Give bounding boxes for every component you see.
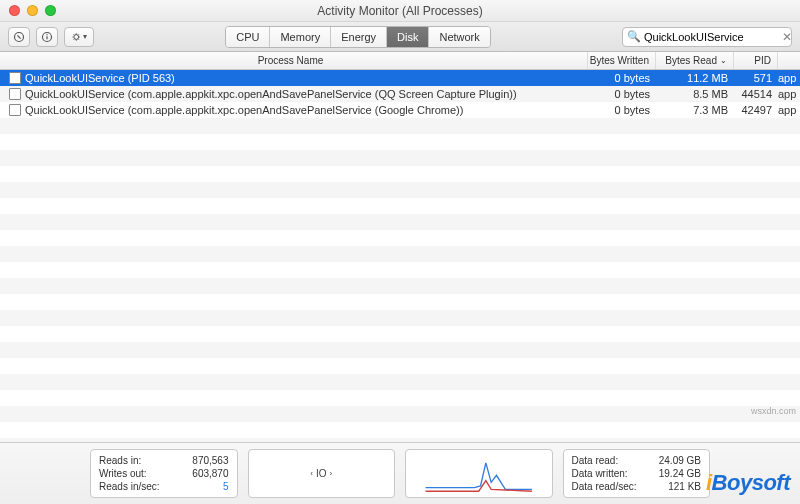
column-bytes-read-label: Bytes Read — [665, 55, 717, 66]
svg-point-4 — [46, 34, 47, 35]
logo-text: Boysoft — [712, 470, 790, 495]
window-titlebar: Activity Monitor (All Processes) — [0, 0, 800, 22]
search-icon: 🔍 — [627, 30, 641, 43]
writes-out-label: Writes out: — [99, 468, 147, 479]
svg-rect-1 — [17, 34, 21, 38]
toolbar: ▾ CPU Memory Energy Disk Network 🔍 ✕ — [0, 22, 800, 52]
bytes-read-value: 11.2 MB — [656, 72, 734, 84]
sort-indicator-icon: ⌄ — [720, 56, 727, 65]
user-value: app — [778, 72, 800, 84]
reads-in-value: 870,563 — [192, 455, 228, 466]
reads-in-sec-value: 5 — [223, 481, 229, 492]
bytes-written-value: 0 bytes — [588, 104, 656, 116]
user-value: app — [778, 104, 800, 116]
process-name: QuickLookUIService (PID 563) — [25, 72, 588, 84]
data-read-sec-label: Data read/sec: — [572, 481, 637, 492]
bytes-read-value: 8.5 MB — [656, 88, 734, 100]
data-written-value: 19.24 GB — [659, 468, 701, 479]
table-row[interactable]: QuickLookUIService (com.apple.appkit.xpc… — [0, 86, 800, 102]
bytes-read-value: 7.3 MB — [656, 104, 734, 116]
tab-energy[interactable]: Energy — [331, 27, 387, 47]
chevron-down-icon: ▾ — [83, 32, 87, 41]
category-tabs: CPU Memory Energy Disk Network — [225, 26, 491, 48]
column-pid[interactable]: PID — [734, 52, 778, 69]
info-icon — [41, 31, 53, 43]
io-chart-panel — [405, 449, 553, 498]
window-title: Activity Monitor (All Processes) — [0, 4, 800, 18]
stop-process-button[interactable] — [8, 27, 30, 47]
svg-point-5 — [74, 34, 79, 39]
clear-search-button[interactable]: ✕ — [782, 30, 792, 44]
stop-icon — [13, 31, 25, 43]
data-volume-panel: Data read:24.09 GB Data written:19.24 GB… — [563, 449, 711, 498]
io-sparkline-chart — [414, 454, 544, 493]
column-bytes-read[interactable]: Bytes Read ⌄ — [656, 52, 734, 69]
process-icon — [9, 88, 21, 100]
writes-out-value: 603,870 — [192, 468, 228, 479]
gear-icon — [71, 31, 83, 43]
reads-in-label: Reads in: — [99, 455, 141, 466]
svg-rect-3 — [46, 36, 47, 39]
data-read-label: Data read: — [572, 455, 619, 466]
data-read-sec-value: 121 KB — [668, 481, 701, 492]
tab-disk[interactable]: Disk — [387, 27, 429, 47]
io-counts-panel: Reads in:870,563 Writes out:603,870 Read… — [90, 449, 238, 498]
pid-value: 44514 — [734, 88, 778, 100]
table-row[interactable]: QuickLookUIService (PID 563) 0 bytes 11.… — [0, 70, 800, 86]
search-input[interactable] — [644, 31, 782, 43]
pid-value: 571 — [734, 72, 778, 84]
tab-memory[interactable]: Memory — [270, 27, 331, 47]
column-bytes-written[interactable]: Bytes Written — [588, 52, 656, 69]
data-written-label: Data written: — [572, 468, 628, 479]
process-name: QuickLookUIService (com.apple.appkit.xpc… — [25, 104, 588, 116]
disk-stats-footer: Reads in:870,563 Writes out:603,870 Read… — [0, 442, 800, 504]
process-name: QuickLookUIService (com.apple.appkit.xpc… — [25, 88, 588, 100]
process-icon — [9, 72, 21, 84]
data-read-value: 24.09 GB — [659, 455, 701, 466]
user-value: app — [778, 88, 800, 100]
settings-menu-button[interactable]: ▾ — [64, 27, 94, 47]
bytes-written-value: 0 bytes — [588, 88, 656, 100]
io-mode-label: IO — [316, 468, 327, 479]
tab-cpu[interactable]: CPU — [226, 27, 270, 47]
info-button[interactable] — [36, 27, 58, 47]
chevron-left-icon: ‹ — [310, 469, 313, 478]
table-row[interactable]: QuickLookUIService (com.apple.appkit.xpc… — [0, 102, 800, 118]
tab-network[interactable]: Network — [429, 27, 489, 47]
process-icon — [9, 104, 21, 116]
pid-value: 42497 — [734, 104, 778, 116]
column-user[interactable] — [778, 52, 800, 69]
reads-in-sec-label: Reads in/sec: — [99, 481, 160, 492]
bytes-written-value: 0 bytes — [588, 72, 656, 84]
column-headers: Process Name Bytes Written Bytes Read ⌄ … — [0, 52, 800, 70]
chevron-right-icon: › — [330, 469, 333, 478]
search-field[interactable]: 🔍 ✕ — [622, 27, 792, 47]
column-process-name[interactable]: Process Name — [0, 52, 588, 69]
io-mode-selector[interactable]: ‹ IO › — [248, 449, 396, 498]
process-table: QuickLookUIService (PID 563) 0 bytes 11.… — [0, 70, 800, 450]
watermark: wsxdn.com — [751, 406, 796, 416]
brand-logo: iBoysoft — [706, 470, 790, 496]
